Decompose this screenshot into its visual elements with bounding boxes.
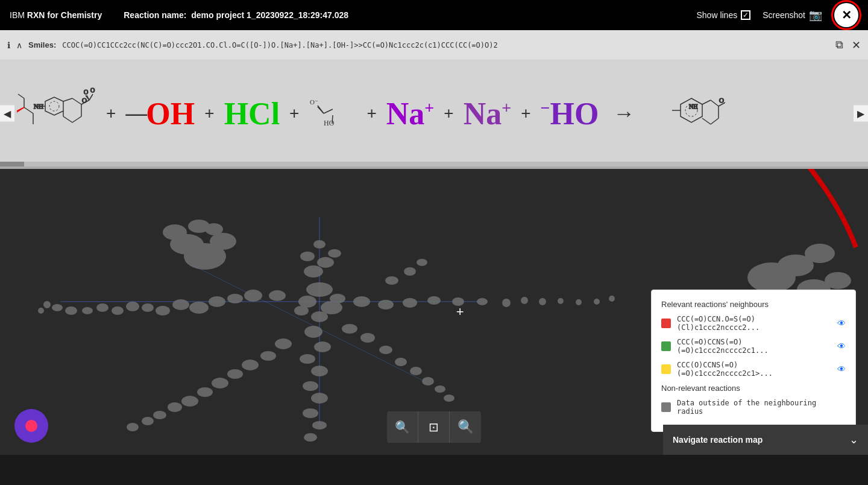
carboxylate-svg: O⁻ HO [309, 92, 357, 135]
svg-line-10 [63, 98, 72, 101]
screenshot-label: Screenshot [763, 10, 805, 20]
svg-marker-29 [681, 98, 702, 122]
svg-point-104 [142, 417, 154, 425]
chevron-down-icon: ⌄ [849, 433, 858, 446]
svg-point-113 [444, 395, 454, 402]
svg-point-61 [142, 303, 154, 312]
svg-marker-6 [45, 97, 63, 115]
svg-point-76 [502, 299, 511, 307]
svg-point-68 [43, 301, 51, 308]
close-button[interactable]: ✕ [834, 3, 858, 27]
svg-point-102 [168, 402, 182, 412]
svg-line-14 [63, 116, 72, 122]
svg-text:O: O [84, 89, 88, 95]
zoom-out-button[interactable]: 🔍 [450, 411, 481, 443]
legend-text-2: CCC(O)CCNS(=O)(=O)c1ccc2ncccc2c1>... [677, 361, 831, 378]
zoom-in-button[interactable]: 🔍 [387, 411, 418, 443]
svg-point-80 [576, 299, 582, 305]
compound-hcl: HCl [224, 96, 280, 132]
svg-point-75 [477, 298, 488, 305]
reaction-compounds: NH O O O [12, 66, 734, 160]
svg-point-107 [360, 333, 375, 343]
svg-line-36 [711, 118, 719, 124]
scroll-right-button[interactable]: ▶ [854, 106, 868, 122]
svg-line-26 [324, 109, 333, 113]
brand-name: RXN for Chemistry [27, 10, 102, 20]
svg-point-126 [210, 233, 236, 250]
svg-point-82 [609, 296, 615, 302]
svg-line-5 [17, 107, 24, 112]
svg-point-62 [126, 302, 139, 311]
svg-point-86 [304, 326, 322, 338]
svg-point-103 [153, 411, 166, 419]
screenshot-button[interactable]: Screenshot 📷 [763, 8, 822, 22]
svg-point-100 [197, 387, 213, 397]
svg-point-88 [300, 354, 315, 364]
svg-point-112 [435, 385, 445, 393]
svg-point-58 [189, 302, 209, 314]
legend-color-0 [661, 319, 671, 328]
svg-point-89 [311, 366, 328, 376]
svg-line-34 [711, 100, 719, 106]
svg-point-53 [313, 240, 326, 249]
svg-point-64 [96, 303, 108, 312]
svg-text:O⁻: O⁻ [310, 98, 318, 106]
svg-point-67 [52, 304, 63, 311]
svg-line-0 [24, 107, 33, 113]
svg-point-47 [294, 306, 309, 315]
svg-point-111 [422, 377, 434, 385]
svg-point-55 [244, 290, 262, 302]
plus-3: + [289, 104, 299, 123]
show-lines-checkbox[interactable] [741, 10, 750, 20]
svg-line-13 [72, 116, 81, 122]
svg-point-48 [330, 294, 345, 303]
reaction-name: Reaction name: demo project 1_20230922_1… [124, 10, 687, 20]
scrollbar-thumb [0, 162, 24, 166]
ho-label: −HO [541, 96, 599, 132]
collapse-icon[interactable]: ∧ [16, 40, 22, 50]
svg-point-63 [112, 306, 124, 315]
svg-point-83 [385, 276, 398, 285]
header: IBM RXN for Chemistry Reaction name: dem… [0, 0, 868, 30]
svg-point-74 [452, 297, 464, 306]
svg-point-70 [353, 296, 370, 307]
compound-1: NH O O O [12, 77, 96, 150]
info-icon[interactable]: ℹ [7, 40, 10, 50]
svg-point-81 [594, 299, 600, 305]
scroll-left-button[interactable]: ◀ [0, 106, 14, 122]
map-area[interactable]: + Relevant reactions' neighbours CCC(=O)… [0, 169, 868, 455]
smiles-bar: ℹ ∧ Smiles: CCOC(=O)CC1CCc2cc(NC(C)=O)cc… [0, 30, 868, 60]
legend-panel: Relevant reactions' neighbours CCC(=O)CC… [651, 290, 856, 432]
svg-point-99 [212, 378, 228, 388]
svg-point-46 [311, 311, 328, 322]
legend-eye-0[interactable]: 👁 [837, 319, 846, 328]
fit-view-button[interactable]: ⊡ [418, 411, 450, 443]
zoom-out-icon: 🔍 [458, 419, 474, 435]
svg-point-84 [404, 267, 416, 276]
brand-logo: IBM RXN for Chemistry [10, 10, 102, 20]
show-lines-control[interactable]: Show lines [696, 10, 750, 20]
plus-1: + [106, 104, 116, 123]
legend-eye-1[interactable]: 👁 [837, 341, 846, 351]
reaction-scrollbar[interactable] [0, 162, 868, 166]
svg-point-52 [328, 249, 341, 258]
navigate-bar[interactable]: Navigate reaction map ⌄ [663, 425, 868, 455]
svg-point-129 [205, 223, 223, 235]
header-actions: Show lines Screenshot 📷 ✕ [696, 3, 858, 27]
legend-item-nr: Data outside of the neighbouring radius [661, 399, 846, 416]
navigate-label: Navigate reaction map [673, 435, 763, 445]
smiles-close-icon[interactable]: ✕ [852, 39, 861, 52]
legend-eye-2[interactable]: 👁 [837, 364, 846, 374]
legend-color-1 [661, 341, 671, 351]
record-button[interactable] [14, 409, 48, 443]
svg-point-110 [410, 367, 422, 375]
copy-icon[interactable]: ⧉ [835, 39, 843, 51]
svg-point-91 [311, 393, 328, 404]
svg-point-57 [209, 296, 225, 307]
svg-point-108 [379, 346, 392, 354]
molecule-svg-1: NH O O O [12, 77, 96, 150]
hcl-label: HCl [224, 96, 280, 132]
svg-line-33 [702, 100, 711, 104]
svg-point-95 [275, 338, 292, 349]
svg-point-109 [395, 358, 407, 366]
